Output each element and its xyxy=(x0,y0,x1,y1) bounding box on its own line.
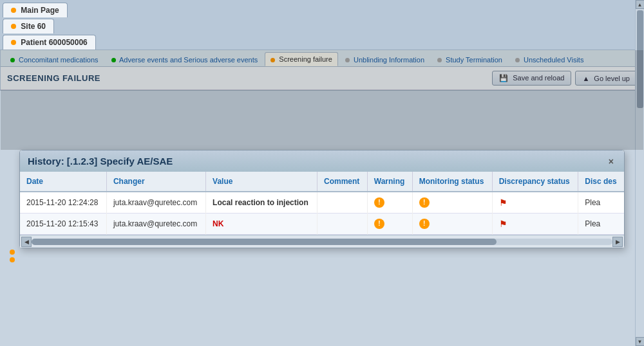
patient-dot xyxy=(11,40,16,45)
modal-close-button[interactable]: × xyxy=(606,156,616,167)
col-monitoring: Monitoring status xyxy=(412,172,492,192)
cell-warning: ! xyxy=(367,192,412,214)
warning-icon: ! xyxy=(374,197,384,208)
scroll-down-arrow[interactable]: ▼ xyxy=(636,337,645,346)
modal-title: History: [.1.2.3] Specify AE/SAE xyxy=(28,156,173,167)
cell-disc-des: Plea xyxy=(578,214,624,235)
cell-disc-des: Plea xyxy=(578,192,624,214)
col-comment: Comment xyxy=(317,172,368,192)
modal-header: History: [.1.2.3] Specify AE/SAE × xyxy=(20,150,624,172)
table-row: 2015-11-20 12:24:28juta.kraav@quretec.co… xyxy=(20,192,624,214)
cell-changer: juta.kraav@quretec.com xyxy=(106,192,205,214)
tab-site-60[interactable]: Site 60 xyxy=(3,19,54,33)
cell-date: 2015-11-20 12:15:43 xyxy=(20,214,106,235)
cell-monitoring: ! xyxy=(412,214,492,235)
site-dot xyxy=(11,24,16,29)
tab-main-page[interactable]: Main Page xyxy=(3,3,68,17)
cell-discrepancy xyxy=(492,192,578,214)
side-indicator-1 xyxy=(10,250,15,255)
scroll-thumb[interactable] xyxy=(32,239,497,245)
horizontal-scrollbar[interactable]: ◀ ▶ xyxy=(20,235,624,248)
scroll-track[interactable] xyxy=(32,239,612,245)
cell-date: 2015-11-20 12:24:28 xyxy=(20,192,106,214)
cell-monitoring: ! xyxy=(412,192,492,214)
cell-changer: juta.kraav@quretec.com xyxy=(106,214,205,235)
warning-icon: ! xyxy=(374,219,384,229)
col-date: Date xyxy=(20,172,106,192)
col-changer: Changer xyxy=(106,172,205,192)
table-header-row: Date Changer Value Comment Warning Monit… xyxy=(20,172,624,192)
history-modal: History: [.1.2.3] Specify AE/SAE × Date … xyxy=(19,150,625,248)
monitoring-icon: ! xyxy=(419,219,430,229)
col-warning: Warning xyxy=(367,172,412,192)
col-discrepancy: Discrepancy status xyxy=(492,172,578,192)
modal-body: Date Changer Value Comment Warning Monit… xyxy=(20,172,624,235)
side-indicators xyxy=(10,250,15,262)
col-disc-des: Disc des xyxy=(578,172,624,192)
col-value: Value xyxy=(206,172,317,192)
tab-patient[interactable]: Patient 600050006 xyxy=(3,35,96,50)
cell-comment xyxy=(317,192,368,214)
scroll-up-arrow[interactable]: ▲ xyxy=(636,0,645,9)
flag-icon xyxy=(499,219,508,228)
cell-value: NK xyxy=(206,214,317,235)
scroll-left-arrow[interactable]: ◀ xyxy=(21,237,32,247)
cell-comment xyxy=(317,214,368,235)
modal-overlay: History: [.1.2.3] Specify AE/SAE × Date … xyxy=(1,50,643,150)
history-table: Date Changer Value Comment Warning Monit… xyxy=(20,172,624,235)
cell-value: Local reaction to injection xyxy=(206,192,317,214)
side-indicator-2 xyxy=(10,257,15,262)
table-row: 2015-11-20 12:15:43juta.kraav@quretec.co… xyxy=(20,214,624,235)
cell-discrepancy xyxy=(492,214,578,235)
scroll-right-arrow[interactable]: ▶ xyxy=(612,237,623,247)
monitoring-icon: ! xyxy=(419,197,430,208)
cell-warning: ! xyxy=(367,214,412,235)
flag-icon xyxy=(499,197,508,206)
main-page-dot xyxy=(11,8,16,13)
